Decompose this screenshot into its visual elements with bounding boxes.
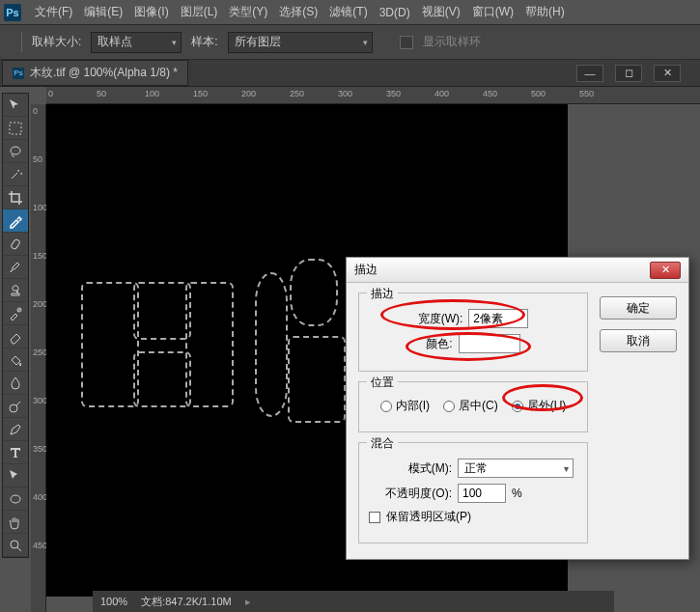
options-bar: 取样大小: 取样点 样本: 所有图层 显示取样环: [0, 25, 700, 60]
svg-point-5: [11, 495, 20, 503]
pos-outside-radio[interactable]: 居外(U): [512, 398, 567, 414]
ps-logo: Ps: [4, 4, 21, 21]
sample-size-label: 取样大小:: [32, 34, 81, 50]
ruler-vertical: 050100150200250300350400450: [31, 104, 46, 612]
svg-rect-2: [11, 238, 21, 250]
minimize-button[interactable]: —: [576, 65, 603, 82]
ok-button[interactable]: 确定: [600, 296, 677, 320]
pen-tool[interactable]: [3, 418, 28, 441]
ps-mini-icon: Ps: [13, 68, 24, 79]
document-tab[interactable]: Ps 木纹.tif @ 100%(Alpha 1/8) *: [2, 60, 188, 86]
menu-window[interactable]: 窗口(W): [466, 0, 519, 24]
stamp-tool[interactable]: [3, 279, 28, 302]
svg-point-1: [11, 147, 20, 154]
path-tool[interactable]: [3, 464, 28, 487]
docsize-value: 847.2K/1.10M: [165, 596, 232, 607]
menu-file[interactable]: 文件(F): [29, 0, 78, 24]
zoom-level[interactable]: 100%: [100, 596, 127, 607]
menu-3d[interactable]: 3D(D): [374, 2, 416, 23]
mode-label: 模式(M):: [369, 460, 452, 477]
wand-tool[interactable]: [3, 163, 28, 186]
menu-select[interactable]: 选择(S): [273, 0, 323, 24]
menu-help[interactable]: 帮助(H): [519, 0, 571, 24]
svg-point-4: [10, 404, 17, 412]
window-controls: — ◻ ✕: [576, 65, 700, 82]
color-swatch[interactable]: [459, 334, 520, 353]
blend-legend: 混合: [367, 435, 398, 452]
stroke-dialog: 描边 ✕ 描边 宽度(W): 颜色:: [346, 257, 689, 560]
crop-tool[interactable]: [3, 186, 28, 209]
bucket-tool[interactable]: [3, 348, 28, 372]
history-brush-tool[interactable]: [3, 302, 28, 325]
dialog-titlebar[interactable]: 描边 ✕: [347, 258, 688, 283]
opacity-label: 不透明度(O):: [369, 486, 452, 502]
opacity-input[interactable]: [458, 484, 506, 503]
close-button[interactable]: ✕: [654, 65, 681, 82]
shape-tool[interactable]: [3, 487, 28, 511]
position-legend: 位置: [367, 375, 398, 391]
svg-point-6: [11, 541, 18, 548]
marquee-tool[interactable]: [3, 117, 28, 140]
brush-tool[interactable]: [3, 256, 28, 279]
document-title: 木纹.tif @ 100%(Alpha 1/8) *: [30, 65, 178, 81]
dialog-title: 描边: [354, 262, 378, 278]
type-tool[interactable]: [3, 441, 28, 464]
document-titlebar: Ps 木纹.tif @ 100%(Alpha 1/8) * — ◻ ✕: [0, 60, 700, 87]
sample-size-dropdown[interactable]: 取样点: [91, 32, 182, 53]
show-ring-label: 显示取样环: [423, 34, 481, 50]
workspace: 050100150200250300350400450500550 050100…: [0, 87, 700, 612]
preserve-checkbox[interactable]: 保留透明区域(P): [369, 509, 471, 525]
tool-panel: [2, 93, 29, 558]
stroke-fieldset: 描边 宽度(W): 颜色:: [358, 292, 588, 372]
sample-label: 样本:: [191, 34, 217, 50]
dodge-tool[interactable]: [3, 395, 28, 418]
maximize-button[interactable]: ◻: [615, 65, 642, 82]
statusbar: 100% 文档:847.2K/1.10M ▸: [93, 591, 614, 612]
menu-edit[interactable]: 编辑(E): [78, 0, 128, 24]
show-ring-checkbox[interactable]: [400, 36, 413, 49]
lasso-tool[interactable]: [3, 140, 28, 163]
zoom-tool[interactable]: [3, 534, 28, 557]
menu-image[interactable]: 图像(I): [128, 0, 174, 24]
cancel-button[interactable]: 取消: [600, 329, 677, 352]
mode-select[interactable]: 正常: [458, 459, 574, 478]
ruler-horizontal: 050100150200250300350400450500550: [46, 87, 700, 104]
pos-center-radio[interactable]: 居中(C): [443, 398, 498, 414]
menubar: Ps 文件(F) 编辑(E) 图像(I) 图层(L) 类型(Y) 选择(S) 滤…: [0, 0, 700, 25]
menu-view[interactable]: 视图(V): [416, 0, 466, 24]
blur-tool[interactable]: [3, 372, 28, 395]
divider: [21, 33, 22, 52]
heal-tool[interactable]: [3, 233, 28, 256]
eraser-tool[interactable]: [3, 325, 28, 348]
sample-dropdown[interactable]: 所有图层: [228, 32, 373, 53]
width-label: 宽度(W):: [418, 311, 463, 327]
pos-inside-radio[interactable]: 内部(I): [380, 398, 430, 414]
blend-fieldset: 混合 模式(M): 正常 不透明度(O): % 保留透明区域(P): [358, 442, 588, 543]
dialog-close-button[interactable]: ✕: [650, 262, 681, 279]
hand-tool[interactable]: [3, 511, 28, 534]
eyedropper-tool[interactable]: [3, 209, 28, 233]
color-label: 颜色:: [426, 336, 452, 352]
position-fieldset: 位置 内部(I) 居中(C) 居外(U): [358, 381, 588, 432]
move-tool[interactable]: [3, 94, 28, 117]
menu-layer[interactable]: 图层(L): [175, 0, 224, 24]
svg-rect-0: [10, 123, 21, 134]
stroke-legend: 描边: [367, 286, 398, 302]
width-input[interactable]: [468, 309, 528, 328]
menu-filter[interactable]: 滤镜(T): [323, 0, 373, 24]
menu-type[interactable]: 类型(Y): [223, 0, 273, 24]
